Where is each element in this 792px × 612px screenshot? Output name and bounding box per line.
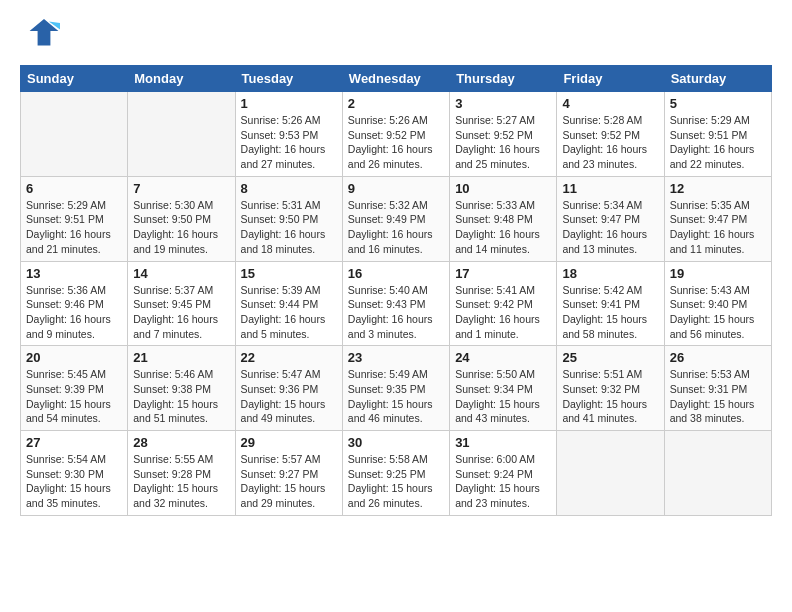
day-number: 2 — [348, 96, 444, 111]
day-cell: 12Sunrise: 5:35 AMSunset: 9:47 PMDayligh… — [664, 176, 771, 261]
day-cell — [664, 431, 771, 516]
day-info: Sunrise: 5:42 AMSunset: 9:41 PMDaylight:… — [562, 283, 658, 342]
day-number: 11 — [562, 181, 658, 196]
day-cell: 28Sunrise: 5:55 AMSunset: 9:28 PMDayligh… — [128, 431, 235, 516]
day-number: 6 — [26, 181, 122, 196]
day-number: 15 — [241, 266, 337, 281]
day-info: Sunrise: 5:50 AMSunset: 9:34 PMDaylight:… — [455, 367, 551, 426]
day-info: Sunrise: 5:37 AMSunset: 9:45 PMDaylight:… — [133, 283, 229, 342]
day-cell: 6Sunrise: 5:29 AMSunset: 9:51 PMDaylight… — [21, 176, 128, 261]
day-info: Sunrise: 5:41 AMSunset: 9:42 PMDaylight:… — [455, 283, 551, 342]
day-info: Sunrise: 5:46 AMSunset: 9:38 PMDaylight:… — [133, 367, 229, 426]
day-info: Sunrise: 5:55 AMSunset: 9:28 PMDaylight:… — [133, 452, 229, 511]
day-number: 5 — [670, 96, 766, 111]
day-info: Sunrise: 5:49 AMSunset: 9:35 PMDaylight:… — [348, 367, 444, 426]
day-number: 22 — [241, 350, 337, 365]
page: SundayMondayTuesdayWednesdayThursdayFrid… — [0, 0, 792, 612]
col-header-friday: Friday — [557, 66, 664, 92]
day-number: 17 — [455, 266, 551, 281]
day-cell: 10Sunrise: 5:33 AMSunset: 9:48 PMDayligh… — [450, 176, 557, 261]
day-info: Sunrise: 5:36 AMSunset: 9:46 PMDaylight:… — [26, 283, 122, 342]
col-header-thursday: Thursday — [450, 66, 557, 92]
day-info: Sunrise: 5:58 AMSunset: 9:25 PMDaylight:… — [348, 452, 444, 511]
day-number: 28 — [133, 435, 229, 450]
day-number: 14 — [133, 266, 229, 281]
day-cell: 3Sunrise: 5:27 AMSunset: 9:52 PMDaylight… — [450, 92, 557, 177]
day-number: 27 — [26, 435, 122, 450]
day-number: 7 — [133, 181, 229, 196]
week-row-2: 6Sunrise: 5:29 AMSunset: 9:51 PMDaylight… — [21, 176, 772, 261]
day-info: Sunrise: 5:43 AMSunset: 9:40 PMDaylight:… — [670, 283, 766, 342]
day-number: 25 — [562, 350, 658, 365]
calendar-table: SundayMondayTuesdayWednesdayThursdayFrid… — [20, 65, 772, 516]
header-row: SundayMondayTuesdayWednesdayThursdayFrid… — [21, 66, 772, 92]
day-info: Sunrise: 6:00 AMSunset: 9:24 PMDaylight:… — [455, 452, 551, 511]
day-number: 23 — [348, 350, 444, 365]
day-cell: 7Sunrise: 5:30 AMSunset: 9:50 PMDaylight… — [128, 176, 235, 261]
day-info: Sunrise: 5:53 AMSunset: 9:31 PMDaylight:… — [670, 367, 766, 426]
day-cell: 19Sunrise: 5:43 AMSunset: 9:40 PMDayligh… — [664, 261, 771, 346]
day-cell: 14Sunrise: 5:37 AMSunset: 9:45 PMDayligh… — [128, 261, 235, 346]
week-row-4: 20Sunrise: 5:45 AMSunset: 9:39 PMDayligh… — [21, 346, 772, 431]
day-info: Sunrise: 5:47 AMSunset: 9:36 PMDaylight:… — [241, 367, 337, 426]
day-info: Sunrise: 5:35 AMSunset: 9:47 PMDaylight:… — [670, 198, 766, 257]
day-cell: 11Sunrise: 5:34 AMSunset: 9:47 PMDayligh… — [557, 176, 664, 261]
day-info: Sunrise: 5:26 AMSunset: 9:52 PMDaylight:… — [348, 113, 444, 172]
day-cell: 5Sunrise: 5:29 AMSunset: 9:51 PMDaylight… — [664, 92, 771, 177]
day-number: 9 — [348, 181, 444, 196]
day-info: Sunrise: 5:29 AMSunset: 9:51 PMDaylight:… — [670, 113, 766, 172]
day-number: 13 — [26, 266, 122, 281]
day-number: 16 — [348, 266, 444, 281]
day-number: 30 — [348, 435, 444, 450]
day-info: Sunrise: 5:27 AMSunset: 9:52 PMDaylight:… — [455, 113, 551, 172]
day-number: 29 — [241, 435, 337, 450]
day-info: Sunrise: 5:54 AMSunset: 9:30 PMDaylight:… — [26, 452, 122, 511]
day-number: 1 — [241, 96, 337, 111]
day-cell: 30Sunrise: 5:58 AMSunset: 9:25 PMDayligh… — [342, 431, 449, 516]
col-header-sunday: Sunday — [21, 66, 128, 92]
day-number: 31 — [455, 435, 551, 450]
day-cell: 13Sunrise: 5:36 AMSunset: 9:46 PMDayligh… — [21, 261, 128, 346]
day-number: 20 — [26, 350, 122, 365]
col-header-monday: Monday — [128, 66, 235, 92]
col-header-wednesday: Wednesday — [342, 66, 449, 92]
week-row-3: 13Sunrise: 5:36 AMSunset: 9:46 PMDayligh… — [21, 261, 772, 346]
week-row-5: 27Sunrise: 5:54 AMSunset: 9:30 PMDayligh… — [21, 431, 772, 516]
day-cell: 31Sunrise: 6:00 AMSunset: 9:24 PMDayligh… — [450, 431, 557, 516]
col-header-saturday: Saturday — [664, 66, 771, 92]
day-info: Sunrise: 5:39 AMSunset: 9:44 PMDaylight:… — [241, 283, 337, 342]
week-row-1: 1Sunrise: 5:26 AMSunset: 9:53 PMDaylight… — [21, 92, 772, 177]
day-cell: 2Sunrise: 5:26 AMSunset: 9:52 PMDaylight… — [342, 92, 449, 177]
day-cell: 18Sunrise: 5:42 AMSunset: 9:41 PMDayligh… — [557, 261, 664, 346]
day-cell: 25Sunrise: 5:51 AMSunset: 9:32 PMDayligh… — [557, 346, 664, 431]
day-number: 10 — [455, 181, 551, 196]
day-cell: 15Sunrise: 5:39 AMSunset: 9:44 PMDayligh… — [235, 261, 342, 346]
day-cell: 20Sunrise: 5:45 AMSunset: 9:39 PMDayligh… — [21, 346, 128, 431]
day-number: 12 — [670, 181, 766, 196]
day-cell: 16Sunrise: 5:40 AMSunset: 9:43 PMDayligh… — [342, 261, 449, 346]
day-cell: 22Sunrise: 5:47 AMSunset: 9:36 PMDayligh… — [235, 346, 342, 431]
header — [20, 15, 772, 55]
day-number: 8 — [241, 181, 337, 196]
day-info: Sunrise: 5:28 AMSunset: 9:52 PMDaylight:… — [562, 113, 658, 172]
day-cell: 21Sunrise: 5:46 AMSunset: 9:38 PMDayligh… — [128, 346, 235, 431]
day-cell: 27Sunrise: 5:54 AMSunset: 9:30 PMDayligh… — [21, 431, 128, 516]
day-info: Sunrise: 5:31 AMSunset: 9:50 PMDaylight:… — [241, 198, 337, 257]
day-cell — [128, 92, 235, 177]
day-cell: 24Sunrise: 5:50 AMSunset: 9:34 PMDayligh… — [450, 346, 557, 431]
day-info: Sunrise: 5:57 AMSunset: 9:27 PMDaylight:… — [241, 452, 337, 511]
day-info: Sunrise: 5:45 AMSunset: 9:39 PMDaylight:… — [26, 367, 122, 426]
col-header-tuesday: Tuesday — [235, 66, 342, 92]
day-cell: 29Sunrise: 5:57 AMSunset: 9:27 PMDayligh… — [235, 431, 342, 516]
day-info: Sunrise: 5:40 AMSunset: 9:43 PMDaylight:… — [348, 283, 444, 342]
day-cell: 4Sunrise: 5:28 AMSunset: 9:52 PMDaylight… — [557, 92, 664, 177]
day-cell: 23Sunrise: 5:49 AMSunset: 9:35 PMDayligh… — [342, 346, 449, 431]
day-number: 3 — [455, 96, 551, 111]
logo — [20, 15, 65, 55]
day-number: 18 — [562, 266, 658, 281]
logo-icon — [20, 15, 60, 55]
day-cell: 1Sunrise: 5:26 AMSunset: 9:53 PMDaylight… — [235, 92, 342, 177]
day-info: Sunrise: 5:30 AMSunset: 9:50 PMDaylight:… — [133, 198, 229, 257]
day-cell — [557, 431, 664, 516]
day-info: Sunrise: 5:51 AMSunset: 9:32 PMDaylight:… — [562, 367, 658, 426]
